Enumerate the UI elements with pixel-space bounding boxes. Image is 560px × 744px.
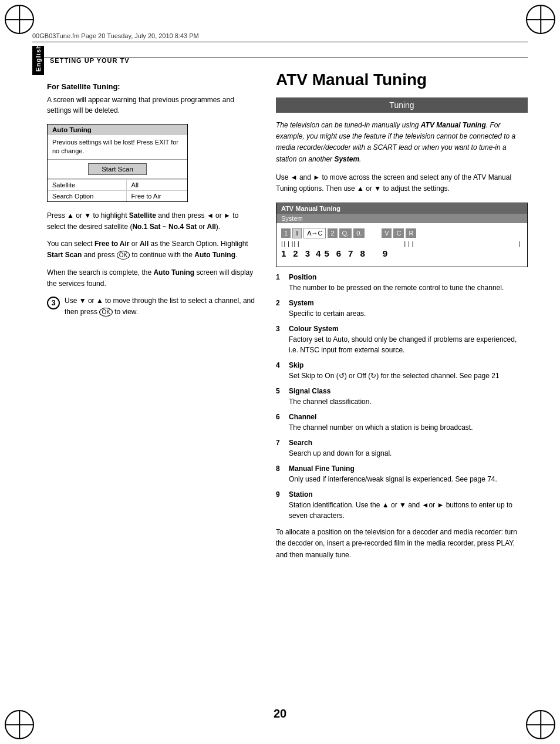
satellite-tuning-title: For Satellite Tuning: [47,82,258,91]
item-2-desc: Specific to certain areas. [289,308,366,319]
tuning-options-table: Satellite All Search Option Free to Air [48,179,187,201]
item-1-title: Position [289,272,504,282]
atv-cell-c: C [393,228,404,238]
atv-diagram-header: ATV Manual Tuning [276,203,527,214]
list-item-8: 8 Manual Fine Tuning Only used if interf… [276,463,528,484]
list-item-6: 6 Channel The channel number on which a … [276,412,528,433]
atv-cell-i: I [292,228,302,238]
auto-tuning-header: Auto Tuning [48,124,187,135]
diagram-tick-area: | | | | | | | | | | 1 2 3 4 [281,240,522,263]
list-item-3: 3 Colour System Factory set to Auto, sho… [276,324,528,355]
corner-decoration-tr [526,5,555,34]
corner-decoration-tl [5,5,34,34]
start-scan-button[interactable]: Start Scan [88,163,147,175]
item-num-8: 8 [276,463,284,484]
item-8-desc: Only used if interference/weak signal is… [289,474,497,484]
diag-num-6: 6 [336,248,341,258]
atv-manual-tuning-title: ATV Manual Tuning [276,70,528,89]
item-8-title: Manual Fine Tuning [289,463,497,474]
language-tab: English [32,46,44,75]
filename-text: 00GB03Tune.fm Page 20 Tuesday, July 20, … [32,32,199,39]
item-num-9: 9 [276,489,284,521]
tuning-header-bar: Tuning [276,97,528,113]
atv-cell-2: 2 [328,228,337,238]
tick-row: | | | | | | | | | | [281,240,522,247]
diagram-numbers: 1 2 3 4 5 6 7 8 9 [281,248,522,258]
corner-decoration-bl [5,710,34,739]
item-9-desc: Station identification. Use the ▲ or ▼ a… [289,500,528,521]
item-num-1: 1 [276,272,284,293]
diag-num-7: 7 [348,248,353,258]
para2: You can select Free to Air or All as the… [47,238,258,261]
list-item-5: 5 Signal Class The channel classificatio… [276,386,528,407]
numbered-list: 1 Position The number to be pressed on t… [276,272,528,521]
diag-num-8: 8 [360,248,365,258]
item-7-title: Search [289,437,392,448]
list-item-1: 1 Position The number to be pressed on t… [276,272,528,293]
atv-cell-ac: A→C [303,228,326,238]
item-9-title: Station [289,489,528,500]
bottom-paragraph: To allocate a position on the television… [276,527,528,561]
top-metadata: 00GB03Tune.fm Page 20 Tuesday, July 20, … [32,32,528,42]
atv-cell-0: 0. [353,228,365,238]
item-3-title: Colour System [289,324,528,334]
satellite-tuning-desc: A screen will appear warning that previo… [47,95,258,116]
search-option-value: Free to Air [126,190,187,201]
para1: Press ▲ or ▼ to highlight Satellite and … [47,210,258,233]
item-num-6: 6 [276,412,284,433]
start-scan-row: Start Scan [48,160,187,179]
item-6-desc: The channel number on which a station is… [289,422,473,433]
atv-diagram-subheader: System [276,214,527,223]
list-item-4: 4 Skip Set Skip to On (↺) or Off (↻) for… [276,360,528,381]
left-column: For Satellite Tuning: A screen will appe… [47,82,258,324]
atv-diagram-content: 1 I A→C 2 Q, 0. V C R [276,223,527,267]
navigation-instruction: Use ◄ and ► to move across the screen an… [276,172,528,194]
item-num-4: 4 [276,360,284,381]
list-item-7: 7 Search Search up and down for a signal… [276,437,528,459]
item-num-3: 3 [276,324,284,355]
atv-cell-r: R [406,228,416,238]
diag-num-5: 5 [324,248,329,258]
diag-num-1: 1 [281,248,286,258]
table-row: Satellite All [48,179,187,190]
item-2-title: System [289,298,366,308]
atv-cells-row: 1 I A→C 2 Q, 0. V C R [281,227,522,240]
step-3-row: 3 Use ▼ or ▲ to move through the list to… [47,295,258,318]
item-4-desc: Set Skip to On (↺) or Off (↻) for the se… [289,371,500,381]
list-item-9: 9 Station Station identification. Use th… [276,489,528,521]
page-number: 20 [274,707,286,721]
item-4-title: Skip [289,360,500,371]
satellite-value: All [126,179,187,190]
corner-decoration-br [526,710,555,739]
item-7-desc: Search up and down for a signal. [289,448,392,459]
item-5-title: Signal Class [289,386,372,396]
step-number-3: 3 [47,297,60,309]
diag-num-3: 3 [305,248,310,258]
item-num-7: 7 [276,437,284,459]
list-item-2: 2 System Specific to certain areas. [276,298,528,319]
search-option-label: Search Option [48,190,126,201]
section-header: English SETTING UP YOUR TV [32,46,130,75]
tuning-intro-text: The television can be tuned-in manually … [276,120,528,165]
item-6-title: Channel [289,412,473,422]
right-column: ATV Manual Tuning Tuning The television … [276,70,528,561]
section-divider [32,58,528,58]
step-3-text: Use ▼ or ▲ to move through the list to s… [65,295,258,318]
auto-tuning-box: Auto Tuning Previous settings will be lo… [47,124,188,202]
para3: When the search is complete, the Auto Tu… [47,267,258,289]
atv-cell-q: Q, [339,228,352,238]
item-5-desc: The channel classification. [289,396,372,407]
diag-num-9: 9 [383,248,387,258]
diag-num-2: 2 [293,248,298,258]
item-1-desc: The number to be pressed on the remote c… [289,282,504,293]
atv-diagram-box: ATV Manual Tuning System 1 I A→C 2 Q, 0.… [276,203,528,267]
item-3-desc: Factory set to Auto, should only be chan… [289,334,528,355]
item-num-5: 5 [276,386,284,407]
atv-cell-1: 1 [281,228,291,238]
auto-tuning-warning: Previous settings will be lost! Press EX… [48,135,187,160]
diag-num-4: 4 [316,248,321,258]
item-num-2: 2 [276,298,284,319]
satellite-label: Satellite [48,179,126,190]
table-row: Search Option Free to Air [48,190,187,201]
atv-cell-v: V [382,228,392,238]
